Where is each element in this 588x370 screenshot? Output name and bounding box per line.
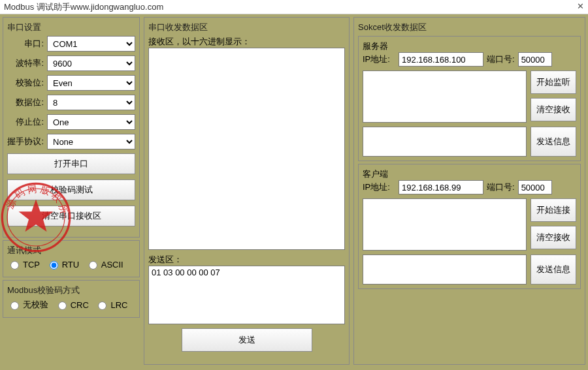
port-label: 串口: xyxy=(7,38,44,50)
server-send-textarea[interactable] xyxy=(363,127,527,157)
crc-test-button[interactable]: 校验码测试 xyxy=(7,179,135,200)
baud-label: 波特率: xyxy=(7,57,44,69)
crc-none-radio[interactable]: 无校验 xyxy=(7,299,48,311)
server-clear-button[interactable]: 清空接收 xyxy=(531,98,576,121)
crc-crc-radio[interactable]: CRC xyxy=(55,300,89,310)
serial-io-title: 串口收发数据区 xyxy=(148,22,345,33)
handshake-select[interactable]: None xyxy=(47,134,135,149)
serial-send-button[interactable]: 发送 xyxy=(182,328,312,352)
serial-recv-label: 接收区，以十六进制显示： xyxy=(148,36,345,48)
serial-send-label: 发送区： xyxy=(148,254,345,266)
serial-settings-title: 串口设置 xyxy=(7,22,135,33)
databits-select[interactable]: 8 xyxy=(47,95,135,110)
serial-recv-textarea[interactable] xyxy=(148,48,345,250)
mode-ascii-radio[interactable]: ASCII xyxy=(86,259,123,270)
server-port-input[interactable] xyxy=(518,52,552,67)
mode-rtu-radio[interactable]: RTU xyxy=(46,259,79,270)
mode-rtu-label: RTU xyxy=(62,260,79,270)
client-ip-label: IP地址: xyxy=(363,181,395,193)
serial-settings-group: 串口设置 串口: COM1 波特率: 9600 校验位: Even 数据位: 8 xyxy=(3,17,140,238)
client-title: 客户端 xyxy=(363,168,576,180)
close-icon[interactable]: ✕ xyxy=(577,1,584,11)
client-ip-input[interactable] xyxy=(399,180,483,194)
stopbits-select[interactable]: One xyxy=(47,114,135,130)
server-recv-textarea[interactable] xyxy=(363,70,527,123)
parity-label: 校验位: xyxy=(7,77,44,89)
mode-tcp-label: TCP xyxy=(23,260,40,270)
client-send-textarea[interactable] xyxy=(363,254,527,285)
client-clear-button[interactable]: 清空接收 xyxy=(531,226,576,249)
comm-mode-group: 通讯模式 TCP RTU ASCII xyxy=(3,240,140,277)
mode-tcp-radio[interactable]: TCP xyxy=(7,259,40,270)
comm-mode-title: 通讯模式 xyxy=(7,245,135,256)
crc-none-label: 无校验 xyxy=(23,299,48,311)
server-send-button[interactable]: 发送信息 xyxy=(531,127,576,157)
clear-serial-recv-button[interactable]: 清空串口接收区 xyxy=(7,206,135,226)
client-connect-button[interactable]: 开始连接 xyxy=(531,198,576,222)
handshake-label: 握手协议: xyxy=(7,136,44,147)
crc-mode-group: Modbus校验码方式 无校验 CRC LRC xyxy=(3,280,140,318)
parity-select[interactable]: Even xyxy=(47,75,135,91)
crc-mode-title: Modbus校验码方式 xyxy=(7,285,135,296)
client-recv-textarea[interactable] xyxy=(363,198,527,251)
socket-io-group: Sokcet收发数据区 服务器 IP地址: 端口号: 开始监听 清空接收 xyxy=(353,17,585,365)
server-title: 服务器 xyxy=(363,40,576,52)
open-port-button[interactable]: 打开串口 xyxy=(7,153,135,174)
server-ip-label: IP地址: xyxy=(363,54,395,65)
socket-io-title: Sokcet收发数据区 xyxy=(358,22,581,33)
stopbits-label: 停止位: xyxy=(7,116,44,128)
mode-ascii-label: ASCII xyxy=(101,260,123,270)
baud-select[interactable]: 9600 xyxy=(47,55,135,71)
server-port-label: 端口号: xyxy=(487,54,515,65)
databits-label: 数据位: xyxy=(7,97,44,108)
crc-lrc-radio[interactable]: LRC xyxy=(95,300,127,310)
server-listen-button[interactable]: 开始监听 xyxy=(531,70,576,94)
title-bar: Modbus 调试助手www.jidongwangluo.com ✕ xyxy=(0,0,588,14)
server-ip-input[interactable] xyxy=(399,52,483,67)
serial-send-textarea[interactable] xyxy=(148,266,345,324)
client-send-button[interactable]: 发送信息 xyxy=(531,254,576,285)
server-subgroup: 服务器 IP地址: 端口号: 开始监听 清空接收 发送信息 xyxy=(358,36,581,161)
client-port-input[interactable] xyxy=(518,180,552,194)
client-subgroup: 客户端 IP地址: 端口号: 开始连接 清空接收 发送信息 xyxy=(358,164,581,289)
port-select[interactable]: COM1 xyxy=(47,36,135,52)
client-port-label: 端口号: xyxy=(487,181,515,193)
crc-lrc-label: LRC xyxy=(110,300,127,310)
serial-io-group: 串口收发数据区 接收区，以十六进制显示： 发送区： 发送 xyxy=(144,17,350,365)
crc-crc-label: CRC xyxy=(71,300,89,310)
window-title: Modbus 调试助手www.jidongwangluo.com xyxy=(4,2,163,12)
